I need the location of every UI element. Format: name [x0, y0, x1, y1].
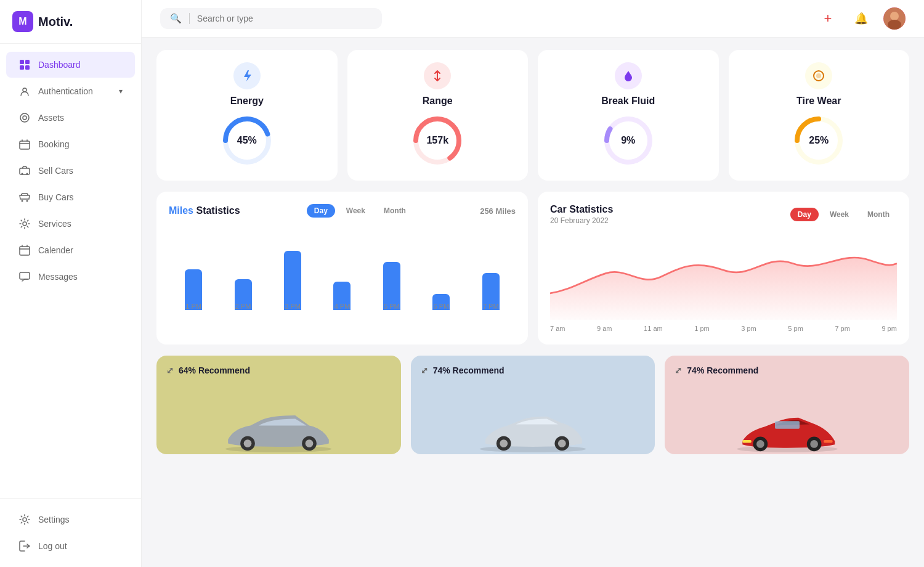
- sidebar-item-calender[interactable]: Calender: [6, 237, 135, 263]
- expand-icon-2[interactable]: ⤢: [675, 365, 682, 375]
- donut-chart-2: 9%: [601, 113, 656, 168]
- area-x-label: 1 pm: [694, 325, 709, 332]
- svg-point-13: [23, 222, 26, 226]
- stat-title-0: Energy: [230, 96, 264, 107]
- avatar[interactable]: [883, 7, 906, 30]
- svg-point-37: [500, 439, 508, 447]
- bar: [284, 251, 301, 310]
- svg-rect-3: [25, 65, 30, 70]
- sidebar-item-sell-cars[interactable]: Sell Cars: [6, 158, 135, 184]
- miles-tab-day[interactable]: Day: [307, 204, 335, 218]
- app-name: Motiv.: [38, 15, 73, 29]
- svg-rect-8: [20, 168, 30, 174]
- miles-chart-card: Miles Statistics DayWeekMonth 256 Miles …: [156, 192, 528, 345]
- svg-rect-47: [824, 440, 833, 443]
- bar-col: 5 PM: [367, 226, 416, 310]
- stat-title-2: Break Fluid: [601, 96, 655, 107]
- svg-point-16: [23, 518, 26, 521]
- sidebar-item-dashboard[interactable]: Dashboard: [6, 52, 135, 78]
- stat-icon-3: [805, 62, 832, 89]
- donut-value-1: 157k: [426, 135, 448, 146]
- miles-tab-group: DayWeekMonth: [307, 204, 413, 218]
- area-x-label: 5 pm: [788, 325, 803, 332]
- sidebar-label-sell-cars: Sell Cars: [38, 166, 73, 176]
- miles-chart-header: Miles Statistics DayWeekMonth 256 Miles: [169, 204, 516, 218]
- bar-col: 3 PM: [268, 226, 317, 310]
- sidebar-label-calender: Calender: [38, 245, 73, 255]
- svg-point-27: [816, 73, 821, 78]
- car-shape-2: [665, 408, 909, 454]
- recommend-card-1: ⤢ 74% Recommend: [411, 356, 655, 454]
- sidebar: M Motiv. Dashboard Authentication ▾ Asse…: [0, 0, 142, 567]
- miles-tab-month[interactable]: Month: [376, 204, 413, 218]
- svg-rect-14: [20, 247, 30, 255]
- recommend-header-2: ⤢ 74% Recommend: [675, 365, 899, 375]
- bar-label: 2 PM: [235, 303, 251, 310]
- search-input[interactable]: [197, 14, 372, 23]
- svg-point-12: [26, 200, 28, 202]
- car-tab-day[interactable]: Day: [790, 208, 819, 221]
- search-icon: 🔍: [170, 13, 182, 24]
- area-x-label: 3 pm: [741, 325, 756, 332]
- svg-point-5: [20, 113, 29, 122]
- svg-rect-15: [20, 272, 30, 279]
- area-x-label: 9 am: [597, 325, 612, 332]
- add-button[interactable]: +: [817, 7, 839, 30]
- main-area: 🔍 + 🔔 Energy 45%: [142, 0, 924, 567]
- svg-rect-0: [20, 60, 24, 64]
- header-right: + 🔔: [817, 7, 906, 30]
- bar-col: 4 PM: [317, 226, 367, 310]
- svg-point-9: [22, 173, 23, 175]
- svg-point-10: [26, 173, 28, 175]
- svg-point-11: [22, 200, 23, 202]
- sidebar-item-booking[interactable]: Booking: [6, 131, 135, 157]
- svg-point-32: [244, 439, 252, 447]
- svg-point-6: [23, 116, 26, 120]
- logo-icon: M: [12, 11, 33, 32]
- car-tab-month[interactable]: Month: [860, 208, 897, 221]
- expand-icon-1[interactable]: ⤢: [421, 365, 428, 375]
- sidebar-label-logout: Log out: [38, 541, 67, 551]
- stats-row: Energy 45% Range 157k Break Fluid: [156, 50, 909, 181]
- header: 🔍 + 🔔: [142, 0, 924, 38]
- sidebar-label-messages: Messages: [38, 272, 78, 282]
- stat-icon-0: [233, 62, 261, 89]
- svg-point-43: [756, 440, 764, 448]
- area-x-label: 9 pm: [881, 325, 896, 332]
- sidebar-item-authentication[interactable]: Authentication ▾: [6, 78, 135, 104]
- car-tab-week[interactable]: Week: [822, 208, 856, 221]
- sidebar-item-settings[interactable]: Settings: [6, 507, 135, 532]
- svg-rect-46: [742, 440, 752, 443]
- bar-label: 6 PM: [433, 303, 449, 310]
- bar-col: 7 PM: [466, 226, 516, 310]
- sidebar-label-settings: Settings: [38, 515, 70, 524]
- bar-label: 3 PM: [285, 303, 301, 310]
- donut-chart-3: 25%: [791, 113, 846, 168]
- sell-cars-icon: [18, 165, 31, 177]
- svg-point-45: [810, 440, 818, 448]
- sidebar-item-logout[interactable]: Log out: [6, 533, 135, 559]
- recommend-label-2: 74% Recommend: [687, 365, 758, 375]
- miles-tab-week[interactable]: Week: [339, 204, 373, 218]
- stat-card-break-fluid: Break Fluid 9%: [538, 50, 719, 181]
- donut-value-0: 45%: [237, 135, 257, 146]
- bar-label: 7 PM: [483, 303, 499, 310]
- bar-label: 4 PM: [334, 303, 351, 310]
- sidebar-bottom: Settings Log out: [0, 498, 141, 567]
- sidebar-nav: Dashboard Authentication ▾ Assets Bookin…: [0, 44, 141, 498]
- area-x-label: 11 am: [644, 325, 663, 332]
- sidebar-item-services[interactable]: Services: [6, 211, 135, 237]
- sidebar-item-buy-cars[interactable]: Buy Cars: [6, 184, 135, 210]
- expand-icon-0[interactable]: ⤢: [166, 365, 174, 375]
- bar-label: 1 PM: [185, 303, 201, 310]
- search-bar[interactable]: 🔍: [160, 8, 382, 29]
- area-x-labels: 7 am9 am11 am1 pm3 pm5 pm7 pm9 pm: [550, 325, 897, 332]
- sidebar-label-booking: Booking: [38, 139, 70, 149]
- svg-point-39: [558, 439, 566, 447]
- sidebar-item-assets[interactable]: Assets: [6, 105, 135, 131]
- sidebar-item-messages[interactable]: Messages: [6, 264, 135, 290]
- charts-row: Miles Statistics DayWeekMonth 256 Miles …: [156, 192, 909, 345]
- bell-icon[interactable]: 🔔: [850, 7, 872, 30]
- car-tab-group: DayWeekMonth: [790, 208, 897, 221]
- svg-rect-41: [775, 421, 800, 429]
